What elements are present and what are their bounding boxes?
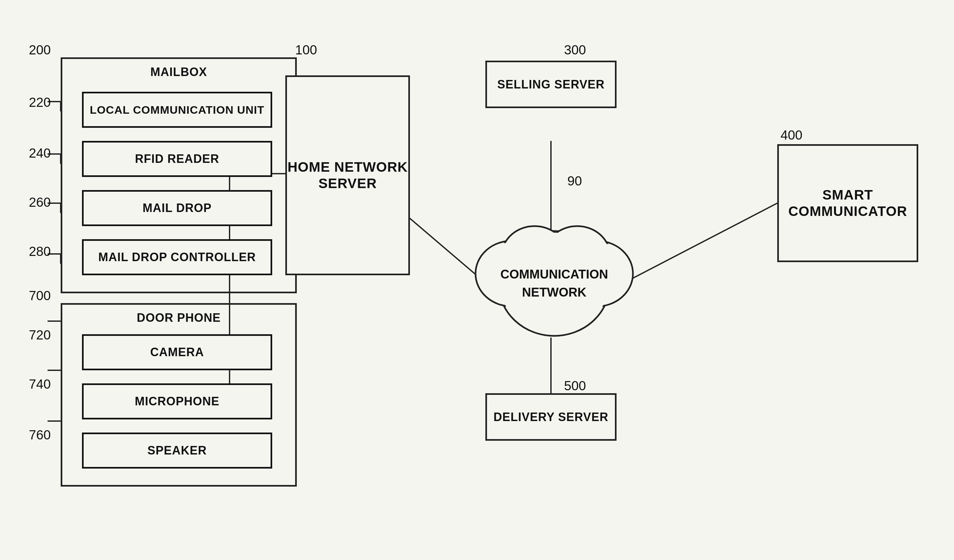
ref-200: 200 <box>29 43 51 58</box>
camera-label: CAMERA <box>150 345 204 359</box>
rfid-reader-label: RFID READER <box>135 152 219 166</box>
communication-network-cloud: COMMUNICATION NETWORK <box>469 213 639 354</box>
delivery-server-label: DELIVERY SERVER <box>494 410 608 424</box>
door-phone-label: DOOR PHONE <box>62 311 295 325</box>
ref-90: 90 <box>567 174 582 188</box>
diagram-container: 200 MAILBOX LOCAL COMMUNICATION UNIT RFI… <box>0 0 954 560</box>
microphone-label: MICROPHONE <box>135 394 220 408</box>
ref-740: 740 <box>29 377 51 392</box>
selling-server-label: SELLING SERVER <box>497 77 605 92</box>
mail-drop-controller-block: MAIL DROP CONTROLLER <box>82 239 272 275</box>
speaker-block: SPEAKER <box>82 432 272 468</box>
ref-760: 760 <box>29 428 51 442</box>
microphone-block: MICROPHONE <box>82 383 272 419</box>
ref-260: 260 <box>29 195 51 210</box>
ref-300: 300 <box>564 43 586 58</box>
delivery-server-block: DELIVERY SERVER <box>485 393 617 441</box>
selling-server-block: SELLING SERVER <box>485 61 617 108</box>
ref-220: 220 <box>29 95 51 110</box>
mailbox-outer-box: MAILBOX LOCAL COMMUNICATION UNIT RFID RE… <box>61 58 297 293</box>
mail-drop-controller-label: MAIL DROP CONTROLLER <box>98 250 256 264</box>
ref-400: 400 <box>781 128 803 143</box>
svg-text:NETWORK: NETWORK <box>522 285 587 299</box>
ref-720: 720 <box>29 328 51 342</box>
camera-block: CAMERA <box>82 334 272 370</box>
local-comm-block: LOCAL COMMUNICATION UNIT <box>82 92 272 128</box>
ref-700: 700 <box>29 288 51 303</box>
smart-communicator-block: SMART COMMUNICATOR <box>777 144 918 262</box>
home-network-server-label: HOME NETWORK SERVER <box>287 159 408 192</box>
mail-drop-label: MAIL DROP <box>143 201 212 215</box>
ref-100: 100 <box>295 43 317 58</box>
mailbox-label: MAILBOX <box>62 65 295 79</box>
ref-500: 500 <box>564 378 586 393</box>
smart-communicator-label: SMART COMMUNICATOR <box>779 187 917 220</box>
svg-text:COMMUNICATION: COMMUNICATION <box>500 268 608 281</box>
ref-280: 280 <box>29 244 51 259</box>
door-phone-outer-box: DOOR PHONE CAMERA MICROPHONE SPEAKER <box>61 303 297 487</box>
local-comm-label: LOCAL COMMUNICATION UNIT <box>90 103 265 117</box>
mail-drop-block: MAIL DROP <box>82 190 272 226</box>
rfid-reader-block: RFID READER <box>82 141 272 177</box>
cloud-svg: COMMUNICATION NETWORK <box>469 213 639 354</box>
home-network-server-block: HOME NETWORK SERVER <box>285 75 410 275</box>
speaker-label: SPEAKER <box>147 443 207 457</box>
ref-240: 240 <box>29 146 51 160</box>
